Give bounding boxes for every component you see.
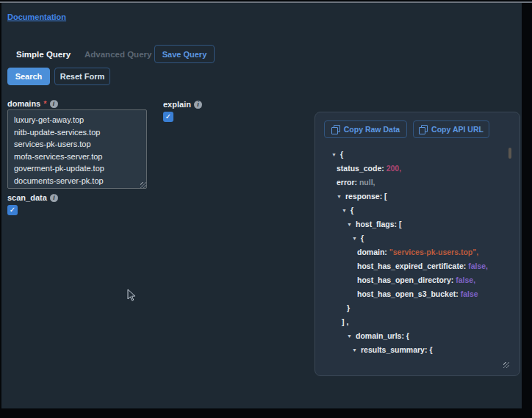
scan-data-label-text: scan_data (7, 193, 47, 202)
copy-raw-data-label: Copy Raw Data (344, 125, 400, 134)
search-button[interactable]: Search (7, 68, 50, 85)
json-line: host_has_open_s3_bucket: false (357, 287, 509, 301)
json-bracket: { (429, 345, 432, 354)
copy-api-url-button[interactable]: Copy API URL (413, 120, 489, 138)
json-key: status_code: (337, 164, 387, 173)
json-bracket: { (351, 206, 353, 215)
json-bracket: [ (384, 192, 387, 201)
json-key: host_has_open_s3_bucket: (357, 289, 461, 298)
domains-label: domains* i (7, 99, 58, 108)
json-bracket: [ (399, 220, 402, 228)
expander-triangle-icon[interactable]: ▼ (342, 203, 351, 217)
json-line[interactable]: ▼results_summary: { (352, 343, 509, 357)
documentation-link[interactable]: Documentation (7, 12, 66, 21)
expander-triangle-icon[interactable]: ▼ (352, 343, 361, 357)
json-line[interactable]: ▼{ (352, 231, 509, 245)
info-icon[interactable]: i (50, 194, 58, 202)
json-bracket: { (340, 150, 343, 159)
json-key: results_summary: (361, 345, 429, 354)
query-page: Documentation Simple Query Advanced Quer… (1, 3, 522, 408)
json-line: host_has_expired_certificate: false, (357, 259, 509, 273)
window-frame: Documentation Simple Query Advanced Quer… (0, 0, 532, 418)
json-line[interactable]: ▼response: [ (337, 190, 509, 203)
info-icon[interactable]: i (194, 101, 202, 109)
result-json-panel: Copy Raw Data Copy API URL ▼{status_code… (314, 112, 520, 376)
expander-triangle-icon[interactable]: ▼ (352, 231, 361, 245)
scan-data-label: scan_data i (7, 193, 58, 202)
json-line: host_has_open_directory: false, (357, 273, 509, 287)
info-icon[interactable]: i (50, 100, 58, 108)
scan-data-checkbox[interactable]: ✓ (7, 205, 18, 215)
json-key: host_flags: (356, 220, 399, 228)
required-asterisk: * (43, 99, 46, 108)
textarea-resize-grip[interactable] (140, 182, 146, 188)
json-line[interactable]: ▼{ (342, 203, 509, 217)
json-bracket: } (347, 303, 350, 312)
json-value: false, (456, 275, 475, 284)
reset-form-button[interactable]: Reset Form (54, 68, 110, 85)
json-bracket: ] , (342, 317, 348, 326)
json-key: response: (345, 192, 384, 201)
tab-simple-query[interactable]: Simple Query (16, 50, 71, 59)
json-line: error: null, (337, 176, 509, 190)
json-bracket: { (361, 234, 364, 242)
copy-api-url-label: Copy API URL (431, 125, 484, 134)
json-response-tree[interactable]: ▼{status_code: 200,error: null,▼response… (331, 148, 509, 368)
json-bracket: { (406, 331, 409, 340)
explain-checkbox[interactable]: ✓ (163, 112, 173, 122)
tab-advanced-query[interactable]: Advanced Query (85, 50, 151, 59)
json-line: } (347, 301, 509, 315)
explain-label: explain i (163, 100, 202, 109)
copy-raw-data-button[interactable]: Copy Raw Data (324, 120, 407, 138)
panel-resize-grip[interactable] (503, 362, 509, 368)
json-value: false (461, 289, 478, 298)
json-line: domain: "services-pk-users.top", (357, 245, 509, 259)
json-line: ] , (342, 315, 509, 329)
copy-icon (331, 125, 339, 134)
json-key: host_has_expired_certificate: (357, 262, 468, 270)
json-line[interactable]: ▼{ (331, 148, 509, 162)
panel-scrollbar-thumb[interactable] (508, 148, 511, 159)
expander-triangle-icon[interactable]: ▼ (347, 329, 356, 343)
json-key: domain: (357, 248, 389, 256)
expander-triangle-icon[interactable]: ▼ (331, 148, 340, 162)
mouse-cursor (126, 289, 137, 302)
json-line: status_code: 200, (337, 162, 509, 176)
explain-label-text: explain (163, 100, 191, 109)
json-key: error: (337, 178, 359, 187)
expander-triangle-icon[interactable]: ▼ (337, 190, 345, 203)
domains-label-text: domains (7, 99, 40, 108)
json-value: "services-pk-users.top", (389, 248, 478, 256)
json-value: 200, (387, 164, 401, 173)
copy-icon (419, 125, 427, 134)
json-line[interactable]: ▼domain_urls: { (347, 329, 509, 343)
json-line[interactable]: ▼host_flags: [ (347, 217, 509, 231)
json-value: false, (468, 262, 488, 270)
json-key: host_has_open_directory: (357, 275, 456, 284)
save-query-button[interactable]: Save Query (154, 45, 215, 63)
json-value: null, (359, 178, 375, 187)
expander-triangle-icon[interactable]: ▼ (347, 217, 356, 231)
json-key: domain_urls: (356, 331, 406, 340)
domains-input[interactable] (7, 109, 147, 189)
